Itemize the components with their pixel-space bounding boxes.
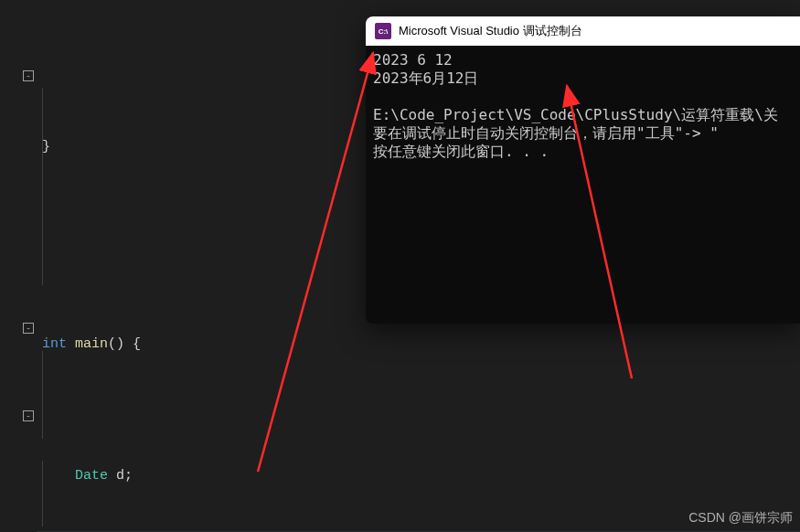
kw-int: int [42,336,67,352]
console-window[interactable]: C:\ Microsoft Visual Studio 调试控制台 2023 6… [366,16,800,324]
fold-icon[interactable]: - [23,323,34,334]
type-date: Date [75,468,108,484]
paren: () { [108,336,141,352]
vs-icon: C:\ [375,23,391,39]
fold-icon[interactable]: - [23,410,34,421]
console-output: 2023 6 12 2023年6月12日 E:\Code_Project\VS_… [366,46,800,166]
console-titlebar[interactable]: C:\ Microsoft Visual Studio 调试控制台 [366,16,800,46]
console-title: Microsoft Visual Studio 调试控制台 [399,23,582,39]
fold-icon[interactable]: - [23,70,34,81]
watermark: CSDN @画饼宗师 [688,510,793,527]
decl-d: d; [108,468,133,484]
gutter: - - - [0,0,37,532]
brace: } [42,139,50,154]
fn-main: main [67,336,108,352]
